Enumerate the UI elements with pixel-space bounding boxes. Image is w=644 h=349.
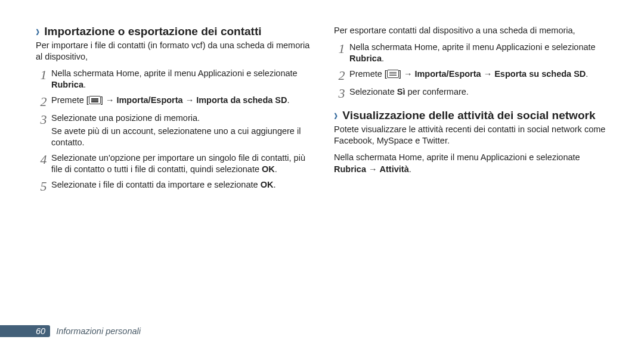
- step-body: Selezionate i file di contatti da import…: [51, 179, 310, 191]
- menu-icon: [387, 70, 399, 78]
- heading-text: Importazione o esportazione dei contatti: [44, 25, 261, 39]
- text: .: [382, 54, 384, 63]
- text: .: [83, 80, 86, 89]
- import-intro: Per importare i file di contatti (in for…: [36, 40, 310, 63]
- chevron-right-icon: ›: [334, 107, 338, 126]
- left-column: › Importazione o esportazione dei contat…: [36, 25, 310, 197]
- step-number: 3: [334, 86, 349, 101]
- step-body: Selezionate Sì per confermare.: [349, 86, 608, 98]
- text: Selezionate i file di contatti da import…: [51, 180, 261, 189]
- heading-text: Visualizzazione delle attività dei socia…: [342, 109, 595, 123]
- step-body: Premete [] → Importa/Esporta → Importa d…: [51, 95, 310, 107]
- text: .: [287, 95, 290, 105]
- step-body: Premete [] → Importa/Esporta → Esporta s…: [349, 68, 608, 80]
- step-4: 4 Selezionate un'opzione per importare u…: [36, 152, 310, 176]
- bold-text: Rubrica: [349, 54, 382, 63]
- step-body: Selezionate un'opzione per importare un …: [51, 152, 310, 176]
- step-number: 1: [36, 68, 51, 82]
- heading-social: › Visualizzazione delle attività dei soc…: [334, 109, 608, 123]
- text: Nella schermata Home, aprite il menu App…: [51, 68, 298, 78]
- social-paragraph-1: Potete visualizzare le attività recenti …: [334, 124, 608, 147]
- right-column: Per esportare contatti dal dispositivo a…: [334, 25, 608, 197]
- step-number: 1: [334, 42, 349, 56]
- text: Selezionate: [349, 87, 397, 96]
- text: →: [366, 164, 380, 174]
- step-number: 5: [36, 179, 51, 194]
- export-intro: Per esportare contatti dal dispositivo a…: [334, 25, 608, 37]
- text: Se avete più di un account, selezionaten…: [51, 126, 310, 149]
- text: .: [409, 164, 411, 174]
- bold-text: Importa da scheda SD: [196, 95, 287, 105]
- text: →: [481, 69, 495, 79]
- social-paragraph-2: Nella schermata Home, aprite il menu App…: [334, 152, 608, 175]
- step-number: 3: [36, 113, 51, 127]
- bold-text: Esporta su scheda SD: [494, 69, 586, 79]
- step-body: Selezionate una posizione di memoria. Se…: [51, 113, 310, 149]
- two-column-layout: › Importazione o esportazione dei contat…: [36, 25, 608, 197]
- chevron-right-icon: ›: [36, 22, 39, 41]
- bold-text: Importa/Esporta: [116, 95, 182, 105]
- bold-text: Rubrica: [51, 80, 83, 89]
- page-footer: 60 Informazioni personali: [36, 325, 141, 337]
- step-3: 3 Selezionate una posizione di memoria. …: [36, 113, 310, 149]
- page-number-badge: 60: [0, 325, 50, 337]
- step-number: 2: [36, 95, 51, 109]
- text: ] →: [399, 69, 415, 79]
- text: .: [586, 69, 588, 79]
- text: →: [183, 95, 197, 105]
- step-number: 2: [334, 68, 349, 83]
- footer-section-label: Informazioni personali: [56, 326, 141, 336]
- heading-import-export: › Importazione o esportazione dei contat…: [36, 25, 310, 39]
- text: per confermare.: [405, 87, 469, 96]
- bold-text: Attività: [380, 164, 409, 174]
- step-1: 1 Nella schermata Home, aprite il menu A…: [36, 68, 310, 91]
- step-3: 3 Selezionate Sì per confermare.: [334, 86, 608, 101]
- text: .: [275, 164, 277, 174]
- export-steps: 1 Nella schermata Home, aprite il menu A…: [334, 42, 608, 101]
- import-steps: 1 Nella schermata Home, aprite il menu A…: [36, 68, 310, 194]
- text: Nella schermata Home, aprite il menu App…: [349, 42, 596, 52]
- text: .: [273, 180, 275, 189]
- step-2: 2 Premete [] → Importa/Esporta → Esporta…: [334, 68, 608, 83]
- bold-text: Importa/Esporta: [414, 69, 481, 79]
- step-2: 2 Premete [] → Importa/Esporta → Importa…: [36, 95, 310, 109]
- bold-text: OK: [262, 164, 275, 174]
- text: Premete [: [349, 69, 387, 79]
- text: Premete [: [51, 95, 89, 105]
- step-1: 1 Nella schermata Home, aprite il menu A…: [334, 42, 608, 65]
- step-body: Nella schermata Home, aprite il menu App…: [51, 68, 310, 91]
- text: Nella schermata Home, aprite il menu App…: [334, 152, 580, 162]
- text: ] →: [101, 95, 117, 105]
- menu-icon: [89, 96, 101, 104]
- step-body: Nella schermata Home, aprite il menu App…: [349, 42, 608, 65]
- text: Selezionate una posizione di memoria.: [51, 113, 200, 123]
- step-5: 5 Selezionate i file di contatti da impo…: [36, 179, 310, 194]
- bold-text: OK: [261, 180, 274, 189]
- bold-text: Rubrica: [334, 164, 366, 174]
- step-number: 4: [36, 152, 51, 167]
- bold-text: Sì: [397, 87, 405, 96]
